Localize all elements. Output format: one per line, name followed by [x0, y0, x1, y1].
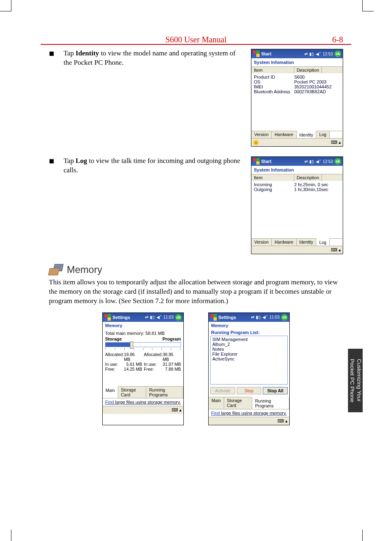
- screenshot-memory-running-programs: Settings ⇄ ▮▯ ◀῀ 11:03 ok Memory Running…: [208, 312, 290, 425]
- tab-log[interactable]: Log: [316, 131, 330, 138]
- cell: S600: [294, 75, 305, 79]
- label: Allocated:: [105, 352, 124, 362]
- page-number: 6-8: [332, 35, 343, 44]
- signal-icon[interactable]: ▮▯: [256, 315, 261, 319]
- list-item[interactable]: SIM Management: [212, 337, 286, 342]
- find-link[interactable]: Find: [211, 411, 220, 416]
- start-flag-icon[interactable]: [253, 158, 260, 165]
- tab-log[interactable]: Log: [316, 238, 330, 246]
- tab-running-programs[interactable]: Running Programs: [146, 387, 183, 398]
- speaker-icon[interactable]: ◀῀: [156, 315, 162, 319]
- start-flag-icon[interactable]: [104, 314, 111, 321]
- header-rule: [41, 44, 351, 45]
- step-log: ◼ Tap Log to view the talk time for inco…: [49, 156, 241, 254]
- speaker-icon[interactable]: ◀῀: [316, 52, 321, 56]
- program-label: Program: [163, 336, 181, 341]
- table-row: Product IDS600: [254, 75, 340, 79]
- connectivity-icon[interactable]: ⇄: [251, 315, 254, 319]
- cell: Bluetooth Address: [254, 89, 294, 94]
- storage-label: Storage: [105, 336, 122, 341]
- col-header-item[interactable]: Item: [251, 174, 294, 181]
- ok-button[interactable]: ok: [335, 51, 341, 57]
- messenger-icon[interactable]: ☺: [253, 140, 259, 145]
- clock[interactable]: 11:03: [163, 315, 174, 319]
- sip-keyboard-icon[interactable]: ⌨ ▴: [172, 407, 182, 413]
- table-row: OSPocket PC 2003: [254, 79, 340, 84]
- tab-identity[interactable]: Identity: [297, 131, 317, 138]
- activate-button[interactable]: Activate: [210, 387, 235, 394]
- ok-button[interactable]: ok: [175, 314, 182, 321]
- clock[interactable]: 12:53: [323, 159, 333, 164]
- stop-button[interactable]: Stop: [237, 387, 262, 394]
- connectivity-icon[interactable]: ⇄: [145, 315, 148, 319]
- tab-main[interactable]: Main: [103, 386, 118, 398]
- tab-hardware[interactable]: Hardware: [272, 239, 297, 246]
- list-item[interactable]: File Explorer: [212, 352, 286, 356]
- sidetab-line1: Customizing Your: [356, 359, 362, 402]
- tab-storage-card[interactable]: Storage Card: [224, 397, 252, 409]
- list-item[interactable]: ActiveSync: [212, 356, 286, 361]
- value: 38.95 MB: [163, 352, 181, 362]
- cell: Outgoing: [254, 187, 294, 192]
- running-program-listbox[interactable]: SIM Management Album_2 Notes File Explor…: [210, 336, 288, 385]
- clock[interactable]: 11:03: [269, 315, 280, 319]
- tab-hardware[interactable]: Hardware: [272, 131, 297, 138]
- memory-slider[interactable]: [105, 342, 181, 347]
- tab-version[interactable]: Version: [251, 239, 272, 246]
- value: 31.07 MB: [163, 362, 181, 367]
- tab-version[interactable]: Version: [251, 131, 272, 138]
- cell: OS: [254, 79, 294, 84]
- start-flag-icon[interactable]: [253, 51, 260, 57]
- screenshot-memory-main: Settings ⇄ ▮▯ ◀῀ 11:03 ok Memory Total m…: [102, 312, 184, 425]
- tab-storage-card[interactable]: Storage Card: [118, 387, 146, 398]
- col-header-item[interactable]: Item: [251, 67, 294, 73]
- ok-button[interactable]: ok: [281, 314, 288, 321]
- connectivity-icon[interactable]: ⇄: [304, 159, 308, 164]
- stop-all-button[interactable]: Stop All: [263, 387, 288, 394]
- total-memory-label: Total main memory:: [105, 331, 144, 336]
- running-program-list-label: Running Program List:: [209, 329, 289, 336]
- ok-button[interactable]: ok: [335, 158, 341, 165]
- titlebar-title[interactable]: Start: [261, 159, 303, 164]
- tab-main[interactable]: Main: [209, 397, 224, 409]
- find-text: large files using storage memory.: [114, 400, 181, 405]
- col-header-description[interactable]: Description: [294, 67, 322, 73]
- tab-identity[interactable]: Identity: [297, 239, 317, 246]
- signal-icon[interactable]: ▮▯: [309, 159, 314, 164]
- col-header-description[interactable]: Description: [294, 174, 322, 181]
- connectivity-icon[interactable]: ⇄: [304, 52, 308, 56]
- value: 14.25 MB: [124, 367, 142, 372]
- total-memory-value: 58.81 MB: [145, 331, 165, 336]
- signal-icon[interactable]: ▮▯: [309, 52, 314, 56]
- find-link[interactable]: Find: [105, 400, 114, 405]
- memory-description: This item allows you to temporarily adju…: [49, 278, 343, 306]
- start-flag-icon[interactable]: [210, 314, 217, 321]
- sip-keyboard-icon[interactable]: ⌨ ▴: [277, 418, 288, 424]
- sip-keyboard-icon[interactable]: ⌨ ▴: [331, 140, 341, 145]
- step-identity: ◼ Tap Identity to view the model name an…: [49, 49, 241, 147]
- cell: 352021001044452: [294, 84, 332, 89]
- speaker-icon[interactable]: ◀῀: [316, 159, 321, 164]
- signal-icon[interactable]: ▮▯: [150, 315, 155, 319]
- list-item[interactable]: Album_2: [212, 342, 286, 347]
- bullet-icon: ◼: [49, 49, 64, 147]
- list-item[interactable]: Notes: [212, 347, 286, 352]
- sidetab-line2: Pocket PC Phone: [349, 359, 355, 402]
- label: Free:: [105, 367, 115, 372]
- sip-keyboard-icon[interactable]: ⌨ ▴: [331, 247, 341, 253]
- titlebar-title[interactable]: Start: [261, 51, 303, 56]
- table-row: Incoming2 hr,25min, 0 sec: [254, 182, 340, 187]
- clock[interactable]: 12:53: [323, 52, 333, 56]
- app-title: System Infomation: [251, 58, 343, 66]
- speaker-icon[interactable]: ◀῀: [262, 315, 268, 319]
- titlebar-title[interactable]: Settings: [112, 315, 143, 320]
- label: In use:: [105, 362, 118, 367]
- titlebar-title[interactable]: Settings: [218, 315, 249, 320]
- cell: Pocket PC 2003: [294, 79, 327, 84]
- label: Allocated:: [144, 352, 163, 362]
- tab-running-programs[interactable]: Running Programs: [252, 397, 289, 409]
- text-bold: Log: [76, 157, 87, 165]
- cell: 2 hr,25min, 0 sec: [294, 182, 328, 187]
- slider-thumb[interactable]: [130, 341, 133, 349]
- thumb-tab: Customizing YourPocket PC Phone: [348, 349, 363, 412]
